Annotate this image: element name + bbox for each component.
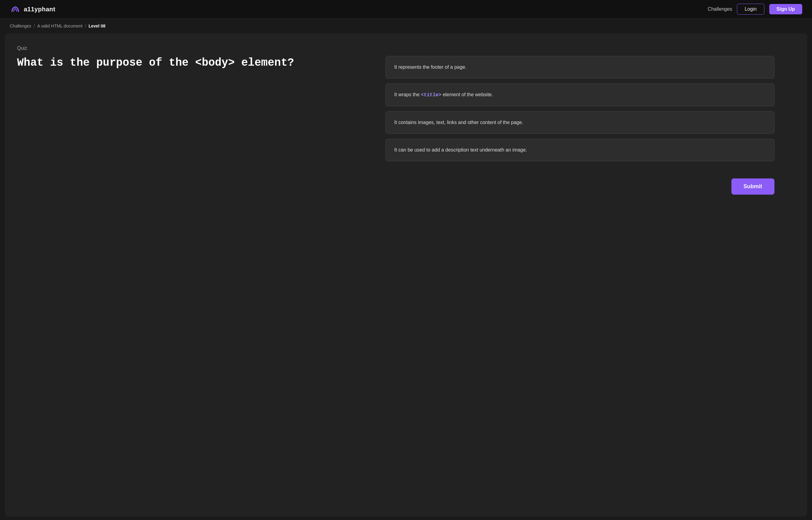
logo-text: a11yphant xyxy=(24,6,55,13)
nav-challenges-link[interactable]: Challenges xyxy=(708,6,732,12)
main-content: Quiz What is the purpose of the <body> e… xyxy=(5,33,807,517)
logo-icon xyxy=(10,4,21,15)
signup-button[interactable]: Sign Up xyxy=(769,4,802,15)
option-2-text: It wraps the <title> element of the webs… xyxy=(394,92,493,97)
quiz-question: What is the purpose of the <body> elemen… xyxy=(17,56,367,70)
breadcrumb-level: Level 08 xyxy=(88,24,105,28)
option-3-text: It contains images, text, links and othe… xyxy=(394,120,523,125)
navbar: a11yphant Challenges Login Sign Up xyxy=(0,0,812,19)
quiz-question-area: What is the purpose of the <body> elemen… xyxy=(17,56,367,70)
option-2[interactable]: It wraps the <title> element of the webs… xyxy=(386,83,775,106)
breadcrumb-sep2: / xyxy=(85,24,86,28)
login-button[interactable]: Login xyxy=(737,4,764,15)
quiz-label: Quiz xyxy=(17,46,795,51)
breadcrumb-challenges[interactable]: Challenges xyxy=(10,24,31,28)
submit-area: Submit xyxy=(386,178,775,194)
option-4[interactable]: It can be used to add a description text… xyxy=(386,139,775,161)
option-2-code: <title> xyxy=(421,92,441,98)
option-4-text: It can be used to add a description text… xyxy=(394,147,527,153)
breadcrumb-html-doc[interactable]: A valid HTML document xyxy=(37,24,82,28)
submit-button[interactable]: Submit xyxy=(731,178,775,194)
nav-actions: Challenges Login Sign Up xyxy=(708,4,802,15)
quiz-layout: What is the purpose of the <body> elemen… xyxy=(17,56,795,194)
logo: a11yphant xyxy=(10,4,55,15)
option-3[interactable]: It contains images, text, links and othe… xyxy=(386,111,775,134)
option-1-text: It represents the footer of a page. xyxy=(394,64,467,70)
quiz-options-area: It represents the footer of a page. It w… xyxy=(386,56,775,194)
option-1[interactable]: It represents the footer of a page. xyxy=(386,56,775,79)
breadcrumb-sep1: / xyxy=(34,24,35,28)
breadcrumb: Challenges / A valid HTML document / Lev… xyxy=(0,19,812,33)
